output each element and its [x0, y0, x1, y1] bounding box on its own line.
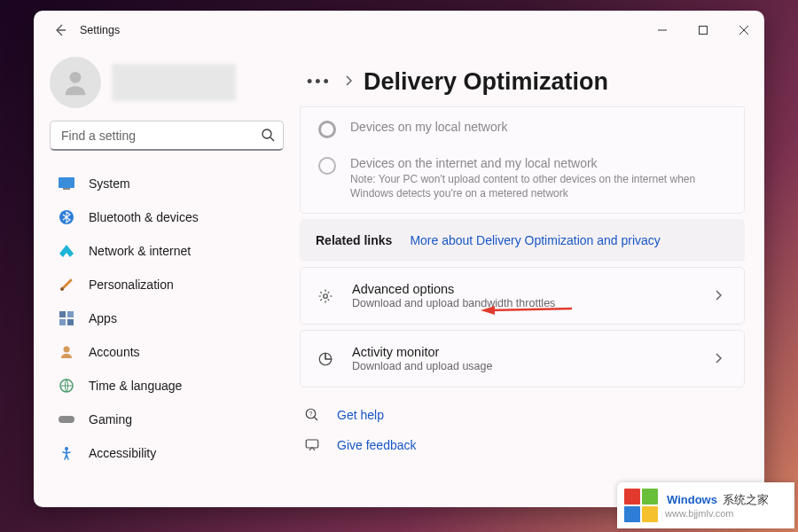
sidebar-item-label: Network & internet — [89, 244, 191, 258]
sidebar-item-apps[interactable]: Apps — [50, 301, 284, 335]
chevron-right-icon — [716, 288, 728, 304]
gear-icon — [317, 288, 334, 304]
sidebar-item-label: Time & language — [89, 379, 182, 393]
close-button[interactable] — [724, 16, 764, 44]
close-icon — [739, 26, 748, 35]
related-link-privacy[interactable]: More about Delivery Optimization and pri… — [410, 233, 660, 247]
card-subtitle: Download and upload bandwidth throttles — [352, 297, 698, 309]
give-feedback-row[interactable]: Give feedback — [300, 430, 745, 460]
apps-icon — [59, 310, 74, 326]
sidebar-item-system[interactable]: System — [50, 167, 284, 200]
sidebar: System Bluetooth & devices Network & int… — [34, 50, 300, 507]
sidebar-item-label: Apps — [89, 311, 117, 325]
card-title: Advanced options — [352, 282, 698, 296]
svg-point-2 — [262, 129, 271, 138]
get-help-link[interactable]: Get help — [337, 408, 384, 422]
minimize-icon — [658, 26, 667, 35]
main-content: ••• Delivery Optimization Devices on my … — [300, 50, 764, 507]
app-title: Settings — [80, 24, 120, 36]
pie-chart-icon — [317, 351, 334, 367]
maximize-icon — [699, 26, 708, 35]
sidebar-item-label: Bluetooth & devices — [89, 210, 199, 224]
user-profile[interactable] — [50, 57, 284, 108]
radio-icon — [318, 157, 336, 175]
sidebar-item-label: Gaming — [89, 412, 132, 426]
svg-rect-4 — [63, 188, 70, 190]
globe-icon — [59, 378, 74, 394]
svg-rect-3 — [59, 177, 74, 188]
radio-icon — [318, 121, 336, 138]
radio-internet-local: Devices on the internet and my local net… — [301, 151, 744, 213]
settings-window: Settings System — [34, 11, 764, 507]
radio-label: Devices on my local network — [350, 120, 507, 134]
sidebar-item-accounts[interactable]: Accounts — [50, 335, 284, 369]
breadcrumb: ••• Delivery Optimization — [300, 57, 745, 106]
svg-rect-7 — [59, 311, 66, 317]
person-icon — [60, 67, 90, 98]
bluetooth-icon — [59, 209, 74, 225]
sidebar-item-personalization[interactable]: Personalization — [50, 268, 284, 301]
download-source-card: Devices on my local network Devices on t… — [300, 106, 745, 214]
accounts-icon — [59, 344, 74, 360]
svg-rect-10 — [67, 319, 74, 325]
back-arrow-icon — [53, 23, 67, 37]
accessibility-icon — [59, 445, 74, 461]
give-feedback-link[interactable]: Give feedback — [337, 438, 417, 452]
sidebar-item-time-language[interactable]: Time & language — [50, 369, 284, 403]
feedback-icon — [303, 437, 321, 453]
titlebar: Settings — [34, 11, 764, 50]
sidebar-item-label: Accounts — [89, 345, 140, 359]
related-links-card: Related links More about Delivery Optimi… — [300, 219, 745, 262]
avatar — [50, 57, 101, 108]
chevron-right-icon — [716, 351, 728, 367]
brush-icon — [59, 277, 74, 293]
maximize-button[interactable] — [683, 16, 724, 44]
sidebar-item-network[interactable]: Network & internet — [50, 234, 284, 268]
chevron-right-icon — [346, 75, 353, 89]
svg-rect-18 — [306, 440, 318, 448]
svg-rect-8 — [67, 311, 74, 317]
radio-label: Devices on the internet and my local net… — [350, 156, 726, 170]
sidebar-item-gaming[interactable]: Gaming — [50, 403, 284, 436]
watermark-line1: Windows 系统之家 — [665, 492, 769, 508]
search-input[interactable] — [50, 121, 284, 151]
get-help-row[interactable]: ? Get help — [300, 400, 745, 430]
watermark: Windows 系统之家 www.bjjmlv.com — [617, 482, 794, 528]
gaming-icon — [59, 411, 74, 427]
sidebar-item-label: Personalization — [89, 278, 174, 292]
card-title: Activity monitor — [352, 345, 698, 359]
help-icon: ? — [303, 407, 321, 423]
search-box[interactable] — [50, 121, 284, 151]
svg-point-15 — [324, 294, 328, 299]
windows-logo-icon — [624, 489, 658, 522]
breadcrumb-overflow-icon[interactable]: ••• — [303, 73, 335, 91]
search-icon — [261, 128, 275, 145]
user-name-redacted — [112, 64, 236, 101]
watermark-line2: www.bjjmlv.com — [665, 508, 769, 519]
svg-point-6 — [60, 287, 64, 291]
page-title: Delivery Optimization — [364, 68, 608, 96]
svg-rect-9 — [59, 319, 66, 325]
advanced-options-card[interactable]: Advanced options Download and upload ban… — [300, 267, 745, 325]
sidebar-item-accessibility[interactable]: Accessibility — [50, 436, 284, 470]
sidebar-item-bluetooth[interactable]: Bluetooth & devices — [50, 200, 284, 234]
card-subtitle: Download and upload usage — [352, 360, 698, 372]
window-controls — [642, 16, 764, 44]
svg-point-11 — [64, 347, 70, 353]
wifi-icon — [59, 243, 74, 259]
back-button[interactable] — [46, 16, 74, 44]
related-links-label: Related links — [316, 233, 392, 247]
minimize-button[interactable] — [642, 16, 683, 44]
activity-monitor-card[interactable]: Activity monitor Download and upload usa… — [300, 330, 745, 387]
sidebar-item-label: Accessibility — [89, 446, 156, 460]
sidebar-item-label: System — [89, 176, 130, 191]
svg-point-1 — [70, 72, 82, 83]
svg-rect-0 — [700, 27, 708, 35]
radio-local-network: Devices on my local network — [301, 107, 744, 151]
svg-text:?: ? — [309, 411, 313, 417]
display-icon — [59, 176, 74, 192]
svg-rect-13 — [59, 416, 74, 423]
radio-note: Note: Your PC won't upload content to ot… — [350, 172, 726, 200]
